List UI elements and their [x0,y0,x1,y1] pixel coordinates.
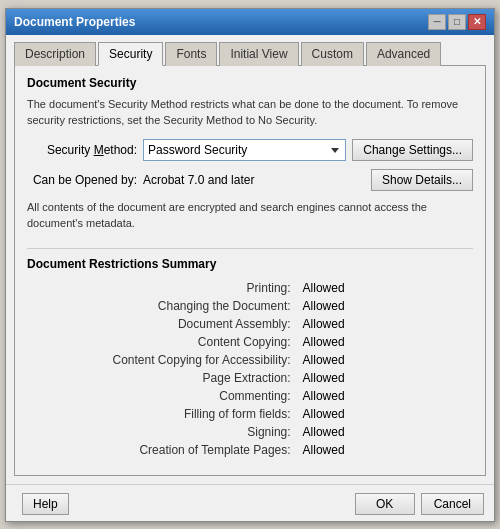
restriction-value: Allowed [295,315,473,333]
restriction-value: Allowed [295,333,473,351]
restriction-label: Creation of Template Pages: [27,441,295,459]
title-bar-buttons: ─ □ ✕ [428,14,486,30]
restriction-value: Allowed [295,297,473,315]
title-bar: Document Properties ─ □ ✕ [6,9,494,35]
ok-button[interactable]: OK [355,493,415,515]
can-be-opened-label: Can be Opened by: [27,173,137,187]
restriction-value: Allowed [295,405,473,423]
restriction-value: Allowed [295,369,473,387]
bottom-bar: Help OK Cancel [6,484,494,521]
restriction-value: Allowed [295,351,473,369]
can-be-opened-row: Can be Opened by: Acrobat 7.0 and later … [27,169,473,191]
cancel-button[interactable]: Cancel [421,493,484,515]
table-row: Content Copying:Allowed [27,333,473,351]
table-row: Commenting:Allowed [27,387,473,405]
restriction-label: Content Copying: [27,333,295,351]
bottom-right-buttons: OK Cancel [355,493,484,515]
restriction-label: Document Assembly: [27,315,295,333]
table-row: Creation of Template Pages:Allowed [27,441,473,459]
restriction-label: Changing the Document: [27,297,295,315]
table-row: Document Assembly:Allowed [27,315,473,333]
table-row: Content Copying for Accessibility:Allowe… [27,351,473,369]
section-title: Document Security [27,76,473,90]
restrictions-title: Document Restrictions Summary [27,257,473,271]
tab-security[interactable]: Security [98,42,163,66]
restriction-label: Content Copying for Accessibility: [27,351,295,369]
security-method-label: Security Method: [27,143,137,157]
show-details-button[interactable]: Show Details... [371,169,473,191]
table-row: Signing:Allowed [27,423,473,441]
table-row: Printing:Allowed [27,279,473,297]
security-method-dropdown[interactable]: Password Security [143,139,346,161]
restriction-label: Page Extraction: [27,369,295,387]
restriction-label: Commenting: [27,387,295,405]
can-be-opened-value: Acrobat 7.0 and later [143,173,365,187]
tab-initial-view[interactable]: Initial View [219,42,298,66]
tab-fonts[interactable]: Fonts [165,42,217,66]
restriction-label: Printing: [27,279,295,297]
help-button[interactable]: Help [22,493,69,515]
dialog-body: Description Security Fonts Initial View … [6,35,494,484]
change-settings-button[interactable]: Change Settings... [352,139,473,161]
tab-bar: Description Security Fonts Initial View … [14,41,486,66]
minimize-button[interactable]: ─ [428,14,446,30]
restriction-label: Signing: [27,423,295,441]
table-row: Filling of form fields:Allowed [27,405,473,423]
section-description: The document's Security Method restricts… [27,96,473,129]
restriction-label: Filling of form fields: [27,405,295,423]
tab-description[interactable]: Description [14,42,96,66]
dialog-title: Document Properties [14,15,135,29]
restriction-value: Allowed [295,423,473,441]
divider [27,248,473,249]
maximize-button[interactable]: □ [448,14,466,30]
restriction-value: Allowed [295,279,473,297]
table-row: Page Extraction:Allowed [27,369,473,387]
tab-custom[interactable]: Custom [301,42,364,66]
security-method-row: Security Method: Password Security Chang… [27,139,473,161]
restriction-value: Allowed [295,387,473,405]
close-button[interactable]: ✕ [468,14,486,30]
table-row: Changing the Document:Allowed [27,297,473,315]
tab-advanced[interactable]: Advanced [366,42,441,66]
document-properties-dialog: Document Properties ─ □ ✕ Description Se… [5,8,495,522]
tab-content-security: Document Security The document's Securit… [14,66,486,476]
restriction-value: Allowed [295,441,473,459]
info-text: All contents of the document are encrypt… [27,199,473,232]
restrictions-table: Printing:AllowedChanging the Document:Al… [27,279,473,459]
